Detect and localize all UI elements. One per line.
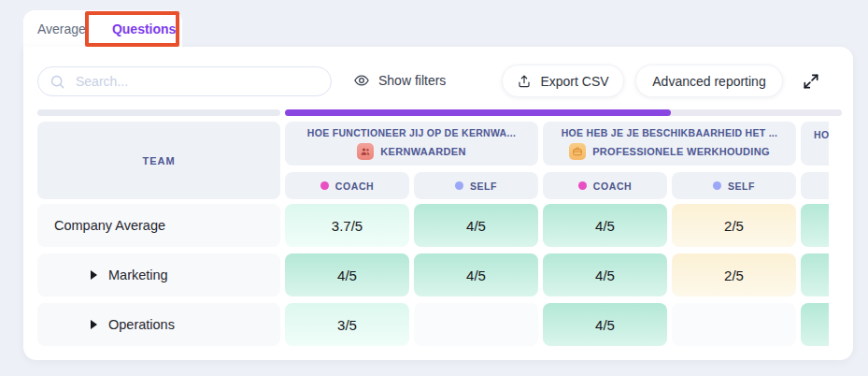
export-csv-button[interactable]: Export CSV	[502, 65, 624, 97]
score-cell: 4/5	[285, 253, 409, 296]
horizontal-scrollbar[interactable]	[285, 109, 842, 116]
subheader-label: SELF	[728, 181, 755, 192]
subheader-label: COACH	[593, 181, 633, 192]
coach-dot-icon	[320, 181, 329, 190]
advanced-reporting-button[interactable]: Advanced reporting	[635, 65, 783, 97]
score-cell-partial	[801, 253, 829, 296]
score-cell: 2/5	[672, 253, 796, 296]
row-label-marketing[interactable]: Marketing	[37, 253, 280, 296]
tab-average[interactable]: Average	[37, 22, 86, 36]
team-column-header: TEAM	[37, 122, 280, 199]
expand-icon	[802, 72, 820, 91]
score-cell: 4/5	[414, 253, 538, 296]
self-dot-icon	[713, 181, 721, 190]
score-cell	[414, 303, 538, 346]
eye-icon	[353, 72, 370, 89]
score-cell: 4/5	[543, 303, 667, 346]
people-icon	[357, 143, 374, 160]
team-name: Company Average	[54, 218, 165, 233]
score-cell-partial	[801, 303, 829, 346]
question-header-1: HOE FUNCTIONEER JIJ OP DE KERNWA... KERN…	[285, 122, 538, 166]
question-title: HOE HEB JE JE BESCHIKBAARHEID HET ...	[562, 127, 778, 138]
score-cell	[672, 303, 796, 346]
export-csv-label: Export CSV	[540, 74, 608, 89]
question-title: HO	[814, 129, 829, 140]
self-dot-icon	[455, 181, 463, 190]
search-input-wrapper	[37, 66, 332, 96]
question-header-2: HOE HEB JE JE BESCHIKBAARHEID HET ... PR…	[543, 122, 796, 166]
score-cell: 3/5	[285, 303, 409, 346]
team-name: Operations	[108, 317, 175, 332]
subheader-label: SELF	[470, 181, 497, 192]
briefcase-icon	[569, 143, 586, 160]
score-cell: 3.7/5	[285, 204, 409, 247]
show-filters-button[interactable]: Show filters	[353, 72, 446, 89]
tab-bar: Average Questions	[23, 10, 182, 48]
row-label-company-average: Company Average	[37, 204, 280, 247]
scrollbar-left-segment	[37, 109, 280, 116]
score-cell-partial	[801, 204, 829, 247]
subheader-partial	[801, 172, 829, 199]
score-cell: 4/5	[543, 253, 667, 296]
search-input[interactable]	[74, 73, 320, 90]
question-header-3-partial: HO	[801, 122, 829, 166]
row-label-operations[interactable]: Operations	[37, 303, 280, 346]
advanced-reporting-label: Advanced reporting	[652, 74, 765, 89]
fullscreen-button[interactable]	[800, 70, 822, 93]
question-category: PROFESSIONELE WERKHOUDING	[592, 146, 770, 157]
upload-icon	[517, 74, 532, 89]
show-filters-label: Show filters	[378, 73, 446, 88]
tab-questions[interactable]: Questions	[112, 22, 176, 36]
reporting-screen: Average Questions Show filters Export CS…	[0, 0, 868, 376]
search-icon	[50, 74, 65, 90]
score-cell: 4/5	[414, 204, 538, 247]
question-category: KERNWAARDEN	[380, 146, 465, 157]
subheader-self-2: SELF	[672, 172, 796, 199]
subheader-coach-2: COACH	[543, 172, 667, 199]
expand-caret-icon[interactable]	[91, 320, 97, 329]
report-card: Show filters Export CSV Advanced reporti…	[23, 47, 853, 360]
score-cell: 2/5	[672, 204, 796, 247]
subheader-coach-1: COACH	[285, 172, 409, 199]
expand-caret-icon[interactable]	[91, 270, 97, 280]
coach-dot-icon	[578, 181, 587, 190]
table-scroll-area[interactable]: HOE FUNCTIONEER JIJ OP DE KERNWA... KERN…	[285, 122, 829, 346]
question-title: HOE FUNCTIONEER JIJ OP DE KERNWA...	[307, 127, 516, 138]
subheader-self-1: SELF	[414, 172, 538, 199]
team-name: Marketing	[108, 268, 168, 282]
subheader-label: COACH	[335, 181, 375, 192]
scrollbar-thumb[interactable]	[285, 109, 671, 116]
score-cell: 4/5	[543, 204, 667, 247]
